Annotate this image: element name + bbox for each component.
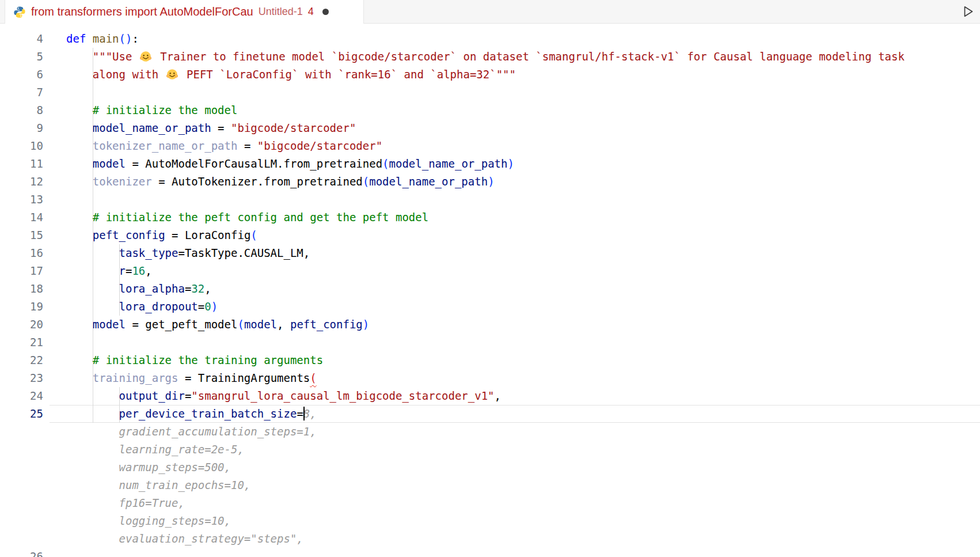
- code-text: lora_dropout=0): [43, 298, 218, 316]
- code-line[interactable]: 20 model = get_peft_model(model, peft_co…: [0, 316, 980, 334]
- code-token: [66, 122, 93, 134]
- hugging-face-emoji: [166, 68, 178, 81]
- line-number: 6: [0, 66, 43, 84]
- code-token: output_dir: [119, 389, 185, 402]
- code-token: model: [93, 318, 126, 331]
- code-line[interactable]: 5 """Use Trainer to finetune model `bigc…: [0, 48, 980, 66]
- code-token: # initialize the peft config and get the…: [93, 211, 428, 223]
- code-line[interactable]: 25 per_device_train_batch_size=8,: [0, 405, 980, 423]
- code-token: # initialize the training arguments: [93, 354, 323, 366]
- code-token: # initialize the model: [93, 104, 238, 116]
- line-number: 20: [0, 316, 43, 334]
- tab-description: Untitled-1: [259, 6, 303, 18]
- code-line[interactable]: logging_steps=10,: [0, 512, 980, 530]
- code-token: = get_peft_model: [126, 318, 237, 331]
- code-token: =TaskType.CAUSAL_LM,: [178, 247, 310, 259]
- code-token: lora_alpha: [119, 282, 185, 295]
- code-text: r=16,: [43, 262, 152, 280]
- code-token: def: [66, 32, 86, 45]
- editor-tab[interactable]: from transformers import AutoModelForCau…: [5, 0, 364, 24]
- code-token: ,: [495, 389, 501, 402]
- line-number: 15: [0, 226, 43, 244]
- code-token: (: [382, 157, 389, 170]
- unsaved-changes-dot[interactable]: [322, 9, 329, 15]
- code-token: model: [93, 157, 126, 170]
- code-token: ,: [204, 282, 211, 295]
- code-line[interactable]: 12 tokenizer = AutoTokenizer.from_pretra…: [0, 173, 980, 191]
- code-line[interactable]: 22 # initialize the training arguments: [0, 351, 980, 369]
- line-number: 25: [0, 405, 43, 423]
- code-line[interactable]: 26: [0, 548, 980, 557]
- code-line[interactable]: 6 along with PEFT `LoraConfig` with `ran…: [0, 66, 980, 84]
- code-line[interactable]: gradient_accumulation_steps=1,: [0, 423, 980, 441]
- code-text: [43, 548, 66, 557]
- code-token: :: [132, 32, 138, 45]
- code-token: (): [119, 32, 132, 45]
- code-token: r: [119, 264, 126, 277]
- code-line[interactable]: 18 lora_alpha=32,: [0, 280, 980, 298]
- code-token: = AutoTokenizer.from_pretrained: [152, 175, 363, 188]
- code-line[interactable]: 13: [0, 191, 980, 209]
- code-token: ): [363, 318, 369, 331]
- code-token: [66, 104, 93, 116]
- code-line[interactable]: 16 task_type=TaskType.CAUSAL_LM,: [0, 244, 980, 262]
- code-line[interactable]: 4def main():: [0, 30, 980, 48]
- code-token: [66, 157, 93, 170]
- code-line[interactable]: 21: [0, 334, 980, 351]
- code-token: tokenizer_name_or_path: [93, 139, 238, 152]
- code-text: tokenizer_name_or_path = "bigcode/starco…: [43, 137, 382, 155]
- code-token: model_name_or_path: [93, 122, 211, 134]
- run-button[interactable]: [959, 3, 977, 20]
- code-line[interactable]: 23 training_args = TrainingArguments(: [0, 369, 980, 387]
- code-line[interactable]: 10 tokenizer_name_or_path = "bigcode/sta…: [0, 137, 980, 155]
- code-text: """Use Trainer to finetune model `bigcod…: [43, 48, 905, 66]
- line-number: 7: [0, 84, 43, 101]
- code-token: along with: [66, 68, 165, 81]
- line-number: 12: [0, 173, 43, 191]
- code-token: [66, 318, 93, 331]
- code-token: 8,: [303, 407, 317, 420]
- code-token: [66, 211, 93, 223]
- code-text: along with PEFT `LoraConfig` with `rank=…: [43, 66, 516, 84]
- code-token: [66, 372, 93, 384]
- code-line[interactable]: 11 model = AutoModelForCausalLM.from_pre…: [0, 155, 980, 173]
- code-text: per_device_train_batch_size=8,: [43, 405, 317, 423]
- tab-bar: from transformers import AutoModelForCau…: [0, 0, 980, 24]
- code-line[interactable]: warmup_steps=500,: [0, 459, 980, 476]
- code-token: tokenizer: [93, 175, 152, 188]
- code-line[interactable]: 8 # initialize the model: [0, 101, 980, 119]
- code-token: gradient_accumulation_steps=1,: [66, 425, 317, 438]
- code-area: 4def main():5 """Use Trainer to finetune…: [0, 30, 980, 557]
- code-text: task_type=TaskType.CAUSAL_LM,: [43, 244, 310, 262]
- code-token: learning_rate=2e-5,: [66, 443, 244, 456]
- code-line[interactable]: 15 peft_config = LoraConfig(: [0, 226, 980, 244]
- code-token: per_device_train_batch_size: [119, 407, 297, 420]
- code-token: =: [185, 282, 191, 295]
- code-line[interactable]: learning_rate=2e-5,: [0, 441, 980, 459]
- code-token: =: [198, 300, 204, 313]
- code-line[interactable]: fp16=True,: [0, 494, 980, 512]
- code-token: =: [185, 389, 191, 402]
- line-number: [0, 476, 43, 494]
- code-line[interactable]: 17 r=16,: [0, 262, 980, 280]
- code-token: model_name_or_path: [369, 175, 488, 188]
- line-number: [0, 530, 43, 548]
- code-line[interactable]: num_train_epochs=10,: [0, 476, 980, 494]
- code-line[interactable]: 7: [0, 84, 980, 101]
- code-token: main: [93, 32, 119, 45]
- code-token: task_type: [119, 247, 178, 259]
- line-number: 24: [0, 387, 43, 405]
- code-text: fp16=True,: [43, 494, 185, 512]
- code-text: model = AutoModelForCausalLM.from_pretra…: [43, 155, 514, 173]
- code-token: ): [488, 175, 494, 188]
- code-text: [43, 334, 66, 351]
- code-line[interactable]: 9 model_name_or_path = "bigcode/starcode…: [0, 119, 980, 137]
- code-line[interactable]: 24 output_dir="smangrul_lora_causal_lm_b…: [0, 387, 980, 405]
- code-line[interactable]: 14 # initialize the peft config and get …: [0, 209, 980, 226]
- editor[interactable]: 4def main():5 """Use Trainer to finetune…: [0, 24, 980, 557]
- tab-bar-rest: [364, 0, 980, 23]
- code-line[interactable]: 19 lora_dropout=0): [0, 298, 980, 316]
- code-text: num_train_epochs=10,: [43, 476, 250, 494]
- line-number: [0, 494, 43, 512]
- code-line[interactable]: evaluation_strategy="steps",: [0, 530, 980, 548]
